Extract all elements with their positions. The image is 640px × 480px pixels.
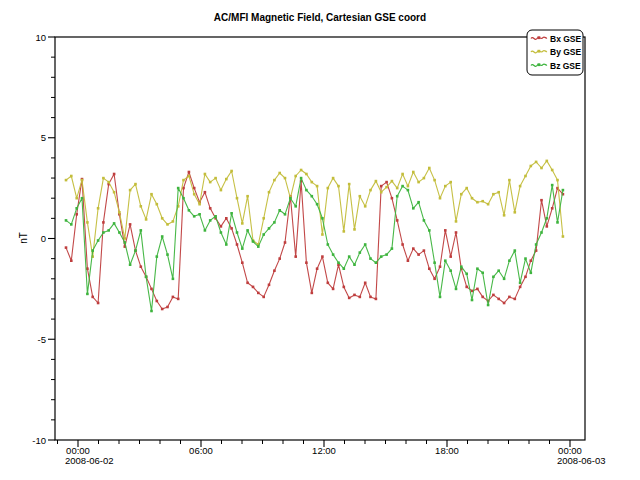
data-point: [460, 265, 463, 268]
data-point: [321, 255, 324, 258]
data-point: [385, 181, 388, 184]
data-point: [327, 187, 330, 190]
data-point: [311, 195, 314, 198]
data-point: [97, 302, 100, 305]
data-point: [535, 243, 538, 246]
data-point: [551, 184, 554, 187]
data-point: [150, 288, 153, 291]
data-point: [294, 175, 297, 178]
data-point: [145, 218, 148, 221]
data-point: [465, 286, 468, 289]
data-point: [91, 296, 94, 299]
data-point: [262, 233, 265, 236]
data-point: [113, 191, 116, 194]
data-point: [407, 259, 410, 262]
data-point: [348, 297, 351, 300]
legend-swatch-marker: [538, 63, 541, 66]
data-point: [540, 167, 543, 170]
data-point: [134, 183, 137, 186]
data-point: [193, 193, 196, 196]
data-point: [225, 243, 228, 246]
data-point: [530, 272, 533, 275]
data-point: [449, 269, 452, 272]
data-point: [166, 253, 169, 256]
data-point: [172, 220, 175, 223]
data-point: [177, 187, 180, 190]
data-point: [385, 186, 388, 189]
data-point: [556, 221, 559, 224]
data-point: [246, 195, 249, 198]
data-point: [540, 199, 543, 202]
data-point: [439, 197, 442, 200]
data-point: [353, 228, 356, 231]
data-point: [465, 187, 468, 190]
data-point: [433, 278, 436, 281]
data-point: [113, 173, 116, 176]
data-point: [546, 225, 549, 228]
data-point: [449, 181, 452, 184]
data-point: [305, 261, 308, 264]
data-point: [332, 177, 335, 180]
data-point: [444, 229, 447, 232]
data-point: [262, 217, 265, 220]
y-tick-label: -10: [32, 435, 46, 446]
data-point: [198, 203, 201, 206]
data-point: [391, 180, 394, 183]
data-point: [476, 288, 479, 291]
data-point: [311, 292, 314, 295]
data-point: [327, 282, 330, 285]
data-point: [156, 203, 159, 206]
data-point: [375, 180, 378, 183]
data-point: [172, 278, 175, 281]
data-point: [316, 267, 319, 270]
data-point: [182, 179, 185, 182]
data-point: [332, 253, 335, 256]
data-point: [562, 189, 565, 192]
data-point: [546, 160, 549, 163]
data-point: [497, 191, 500, 194]
data-point: [305, 189, 308, 192]
data-point: [508, 179, 511, 182]
data-point: [230, 212, 233, 215]
data-point: [337, 185, 340, 188]
data-point: [204, 191, 207, 194]
data-point: [102, 177, 105, 180]
data-point: [481, 200, 484, 203]
data-point: [417, 181, 420, 184]
data-point: [124, 241, 127, 244]
chart-title: AC/MFI Magnetic Field, Cartesian GSE coo…: [214, 12, 426, 23]
data-point: [476, 201, 479, 204]
x-tick-label: 00:00: [66, 445, 90, 456]
data-point: [514, 211, 517, 214]
data-point: [428, 267, 431, 270]
data-point: [396, 187, 399, 190]
data-point: [65, 246, 68, 249]
series-line-by-gse: [66, 161, 563, 257]
data-point: [81, 179, 84, 182]
data-point: [439, 265, 442, 268]
data-point: [503, 214, 506, 217]
legend-label: Bx GSE: [550, 34, 582, 44]
data-point: [487, 203, 490, 206]
data-point: [535, 161, 538, 164]
data-point: [107, 229, 110, 232]
data-point: [412, 207, 415, 210]
data-point: [220, 231, 223, 234]
data-point: [230, 170, 233, 173]
data-point: [343, 267, 346, 270]
series-by-gse: [65, 160, 564, 258]
data-point: [140, 265, 143, 268]
data-point: [193, 187, 196, 190]
data-point: [492, 193, 495, 196]
data-point: [268, 284, 271, 287]
data-point: [268, 227, 271, 230]
data-point: [150, 193, 153, 196]
data-point: [497, 269, 500, 272]
data-point: [423, 219, 426, 222]
data-point: [145, 276, 148, 279]
data-point: [161, 235, 164, 238]
data-point: [417, 253, 420, 256]
data-point: [449, 255, 452, 258]
data-point: [262, 296, 265, 299]
x-tick-label: 12:00: [312, 445, 336, 456]
